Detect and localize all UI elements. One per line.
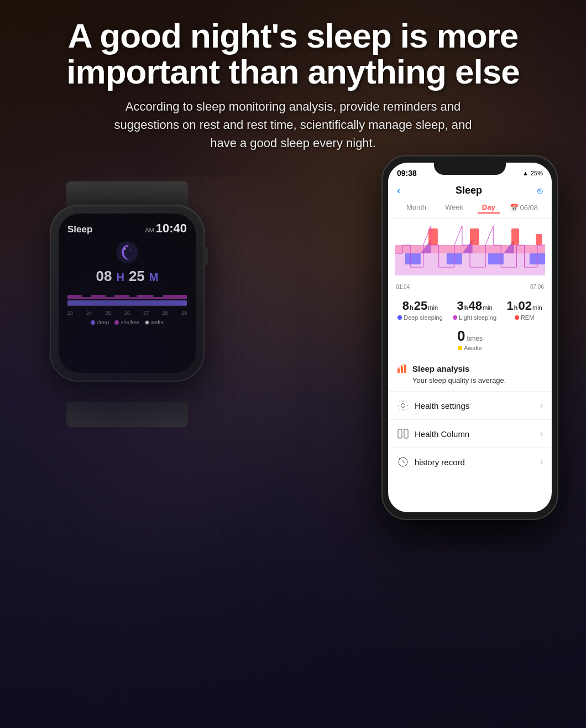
menu-history-record[interactable]: history record › <box>388 448 552 472</box>
awake-label: Awake <box>464 345 482 351</box>
awake-count: 0 <box>457 327 465 345</box>
svg-point-1 <box>124 248 126 250</box>
watch-time-row: AM 10:40 <box>145 221 187 236</box>
stat-light-main: 3 h 48 min <box>453 299 496 313</box>
timeline-25: 25 <box>106 310 111 316</box>
sleep-chart-svg <box>395 223 545 284</box>
legend-shallow-dot <box>114 320 119 325</box>
menu-health-settings-label: Health settings <box>415 401 540 410</box>
timeline-26: 26 <box>124 310 130 316</box>
svg-rect-4 <box>67 300 187 306</box>
stat-deep-h: h <box>410 304 414 311</box>
watch-hours-unit: H <box>116 271 124 284</box>
watch-strap-top <box>66 181 188 206</box>
analysis-description: Your sleep quality is average. <box>397 376 543 384</box>
tab-week[interactable]: Week <box>441 202 468 214</box>
battery-icon: 25% <box>531 170 543 176</box>
watch-hours-num: 08 <box>96 268 112 285</box>
stat-light-label-row: Light sleeping <box>453 314 496 321</box>
stat-deep-min-label: min <box>428 304 438 311</box>
watch-title-row: Sleep AM 10:40 <box>67 221 187 236</box>
watch-legend: deep shallow wake <box>67 319 187 325</box>
svg-rect-16 <box>511 228 519 245</box>
headline-line1: A good night's sleep is more <box>68 17 519 55</box>
watch-chart-area: 23 24 25 26 27 28 29 <box>67 290 187 316</box>
svg-rect-15 <box>470 228 479 245</box>
timeline-23: 23 <box>67 310 73 316</box>
stat-deep-hours: 8 <box>402 299 409 313</box>
chart-time-labels: 01:04 07:06 <box>395 284 545 290</box>
stat-rem: 1 h 02 min REM <box>507 299 542 321</box>
stat-light-hours: 3 <box>457 299 463 313</box>
main-headline: A good night's sleep is more important t… <box>10 18 576 90</box>
phone-screen-title: Sleep <box>456 185 482 196</box>
phone-share-button[interactable]: ⎋ <box>537 186 543 196</box>
legend-shallow-label: shallow <box>121 319 139 325</box>
tab-day[interactable]: Day <box>478 202 500 214</box>
stat-rem-min-label: min <box>532 304 542 311</box>
phone-notch <box>434 160 506 175</box>
sleep-chart-container: 01:04 07:06 <box>388 219 552 292</box>
chart-end-time: 07:06 <box>530 284 544 290</box>
stat-deep-label: Deep sleeping <box>404 314 442 321</box>
menu-history-label: history record <box>415 457 540 467</box>
status-icons: ▲ 25% <box>522 170 543 176</box>
smartwatch: Sleep AM 10:40 <box>33 188 221 420</box>
menu-history-chevron: › <box>540 457 543 467</box>
svg-rect-8 <box>129 294 137 297</box>
stat-rem-main: 1 h 02 min <box>507 299 542 313</box>
timeline-27: 27 <box>143 310 149 316</box>
headline-line2: important than anything else <box>66 53 519 91</box>
watch-ampm: AM <box>145 227 154 233</box>
stat-deep-mins: 25 <box>414 299 427 313</box>
legend-shallow: shallow <box>114 319 139 325</box>
chart-start-time: 01:04 <box>396 284 410 290</box>
watch-body: Sleep AM 10:40 <box>50 205 205 382</box>
stat-light-mins: 48 <box>468 299 482 313</box>
stat-rem-mins: 02 <box>519 299 532 313</box>
legend-deep-dot <box>91 320 95 325</box>
watch-sleep-label: Sleep <box>67 224 92 235</box>
awake-num-row: 0 times <box>388 327 552 345</box>
legend-deep-label: deep <box>97 319 109 325</box>
legend-wake-label: wake <box>151 319 164 325</box>
timeline-28: 28 <box>163 310 168 316</box>
awake-label-row: Awake <box>388 345 552 351</box>
watch-screen: Sleep AM 10:40 <box>59 214 196 373</box>
watch-timeline: 23 24 25 26 27 28 29 <box>67 310 187 316</box>
tab-date[interactable]: 📅 06/08 <box>510 202 538 214</box>
watch-side-button[interactable] <box>203 246 208 266</box>
menu-health-column[interactable]: Health Column › <box>388 420 552 448</box>
svg-rect-18 <box>397 368 400 373</box>
svg-rect-23 <box>404 429 408 438</box>
header-section: A good night's sleep is more important t… <box>0 0 586 158</box>
column-icon <box>397 428 409 440</box>
stat-deep-main: 8 h 25 min <box>397 299 442 313</box>
phone-body: 09:38 ▲ 25% ‹ Sleep ⎋ Month <box>381 155 558 520</box>
svg-point-0 <box>116 241 138 263</box>
page-content: A good night's sleep is more important t… <box>0 0 586 728</box>
menu-health-settings[interactable]: Health settings › <box>388 392 552 420</box>
svg-rect-17 <box>536 234 542 245</box>
stat-rem-label-row: REM <box>507 314 542 321</box>
menu-health-settings-chevron: › <box>540 401 543 410</box>
watch-time: 10:40 <box>156 221 187 236</box>
status-time: 09:38 <box>397 169 417 178</box>
watch-duration: 08 H 25 M <box>67 268 187 285</box>
timeline-24: 24 <box>86 310 92 316</box>
phone-screen: 09:38 ▲ 25% ‹ Sleep ⎋ Month <box>388 163 552 512</box>
phone-back-button[interactable]: ‹ <box>397 185 400 196</box>
stat-rem-label: REM <box>521 314 534 321</box>
smartphone: 09:38 ▲ 25% ‹ Sleep ⎋ Month <box>370 155 569 542</box>
stat-light-dot <box>453 315 457 320</box>
sleep-stats: 8 h 25 min Deep sleeping <box>388 292 552 325</box>
calendar-icon: 📅 <box>510 204 519 212</box>
svg-rect-22 <box>398 429 402 438</box>
stat-light-min-label: min <box>483 304 493 311</box>
moon-icon <box>114 239 140 266</box>
awake-dot <box>458 346 462 350</box>
tab-month[interactable]: Month <box>402 202 431 214</box>
legend-wake-dot <box>145 320 149 325</box>
watch-mins-num: 25 <box>129 268 145 285</box>
stat-light-label: Light sleeping <box>459 314 496 321</box>
